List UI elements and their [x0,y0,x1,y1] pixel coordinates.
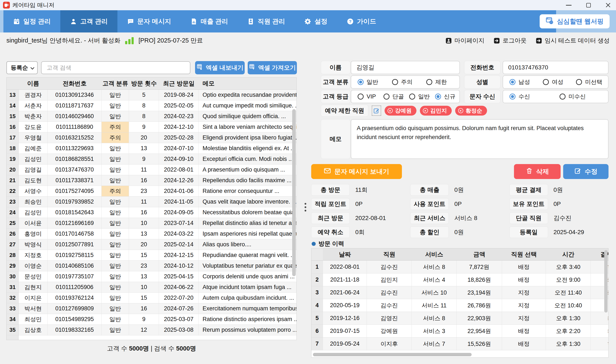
stat-item: 사용 포인트0P [410,198,509,210]
customer-row-24[interactable]: 24김성민010181542643일반162024-09-05Necessita… [7,207,296,218]
restricted-staff-chip-1[interactable]: ×강예원 [384,106,416,116]
category-option-3[interactable]: 제한 [423,78,457,86]
delete-button[interactable]: 삭제 [514,164,561,179]
customer-row-18[interactable]: 18김예준010113229693일반132024-07-10Molestiae… [7,143,296,154]
edit-restricted-staff-button[interactable] [372,105,381,116]
customer-detail-panel: 이름 김영길 전화번호 010137476370 고객 분류 일반주의제한 성별… [311,0,609,364]
remove-icon[interactable]: × [458,108,463,113]
radio-icon [358,79,364,85]
customer-row-31[interactable]: 31김현지010111205906일반102024-06-22Atque inc… [7,282,296,293]
visit-column-header[interactable]: 직원 선택 [502,248,546,260]
customer-row-22[interactable]: 22서영수010175274095주의232024-01-06Ratione e… [7,186,296,196]
nav-tab-3[interactable]: 문자 메시지 [117,10,181,32]
column-header[interactable]: 전화번호 [48,78,102,90]
gender-option-3[interactable]: 미선택 [572,78,605,86]
restricted-staff-chip-3[interactable]: ×황정순 [455,106,487,116]
panel-drag-handle[interactable] [305,203,306,211]
grade-option-3[interactable]: 일반 [405,93,431,100]
customer-row-35[interactable]: 35김상호010198332165일반122025-03-08Rerum pos… [7,325,296,335]
visit-table-header: 날짜직원서비스금액직원 선택시간결제 수단 [311,248,609,260]
chevron-down-icon [30,65,34,69]
customer-row-28[interactable]: 28지정호010192758115일반152024-12-15Repudiand… [7,250,296,260]
sms-label: 문자 수신 [464,90,501,103]
stat-item: 보유 포인트0P [509,198,609,210]
nav-tab-5[interactable]: 직원 관리 [238,10,295,32]
customer-row-32[interactable]: 32이지은010193762124일반152022-07-20Autem cul… [7,293,296,303]
customer-row-26[interactable]: 26홍영미010170146758일반132024-03-22Ipsam asp… [7,229,296,239]
column-header[interactable]: 최근 방문일 [159,78,199,90]
column-header[interactable]: 이름 [19,78,48,90]
column-header[interactable]: 방문 횟수 [129,78,159,90]
visit-history-title: 방문 이력 [312,240,344,248]
stat-item: 총 매출0원 [410,184,509,196]
pencil-square-icon [574,167,581,176]
stat-item: 최근 방문2022-08-01 [311,212,410,224]
table-row-partial [7,335,296,340]
customer-row-21[interactable]: 21김도현010117338371일반162024-12-26Repellend… [7,175,296,186]
customer-row-20[interactable]: 20김영길010137476370일반112022-08-01A praesen… [7,165,296,175]
phone-field[interactable]: 010137476370 [503,61,609,74]
customer-row-13[interactable]: 13권경자010130912346일반52019-08-24Optio expe… [7,90,296,100]
customer-table-scrollbar[interactable] [292,109,296,276]
remove-icon[interactable]: × [388,108,393,113]
sms-option-1[interactable]: 수신 [506,93,556,100]
sms-option-2[interactable]: 미수신 [556,93,606,100]
visit-table-hscrollbar[interactable] [313,353,472,356]
restricted-staff-chip-2[interactable]: ×김민지 [420,106,452,116]
visit-row-5[interactable]: 52019-12-16김영진서비스 822,903원지정오후 1:30카드 [311,312,609,325]
visit-row-4[interactable]: 42020-05-19김수진서비스 1126,786원지정오전 10:400원 [311,299,609,312]
visit-row-6[interactable]: 62019-07-15강예원서비스 322,954원배정오후 2:20카드 [311,325,609,338]
column-header[interactable]: 고객 분류 [102,78,129,90]
grade-option-1[interactable]: VIP [354,93,380,100]
customer-row-14[interactable]: 14서춘자010118717637일반82025-02-05Aut cumque… [7,100,296,111]
memo-field[interactable]: A praesentium odio quisquam possimus. Do… [351,119,609,159]
name-field[interactable]: 김영길 [351,61,460,74]
radio-icon [383,93,389,100]
send-sms-button[interactable]: 문자 메시지 보내기 [311,164,402,179]
app-logo-icon [3,2,10,9]
visit-column-header[interactable]: 직원 [367,248,412,260]
nav-tab-1[interactable]: 일정 관리 [3,10,60,32]
category-option-1[interactable]: 일반 [354,78,388,86]
gender-option-2[interactable]: 여성 [539,78,572,86]
customer-search-input[interactable] [41,61,190,74]
restricted-staff-label: 예약 제한 직원 [321,105,368,117]
visit-row-3[interactable]: 32021-06-24김수진서비스 1023,194원지정오전 11:40카드 [311,286,609,299]
nav-tab-4[interactable]: 매출 관리 [181,10,238,32]
visit-column-header[interactable]: 금액 [457,248,502,260]
radio-icon [509,93,516,100]
visit-column-header[interactable]: 시간 [546,248,591,260]
customer-row-16[interactable]: 16강도윤010111186890주의92024-12-10Sint a lab… [7,122,296,132]
nav-tab-2[interactable]: 고객 관리 [60,10,117,32]
customer-row-19[interactable]: 19김성민010186828551일반92024-09-10Excepturi … [7,154,296,165]
visit-row-1[interactable]: 12022-08-01김수진서비스 87,872원배정오후 3:40현금 [311,260,609,273]
visit-column-header[interactable]: 날짜 [323,248,367,260]
customer-row-23[interactable]: 23최승민010197939852일반112024-11-05Quas veli… [7,196,296,207]
customer-row-25[interactable]: 25이서윤010121696169일반102023-07-14Repellat … [7,218,296,229]
customer-row-30[interactable]: 30문성민010197735107일반132025-04-15Corporis … [7,271,296,282]
customer-row-27[interactable]: 27박영식010125077891일반202025-02-14Alias quo… [7,239,296,250]
visit-table-vscrollbar[interactable] [604,250,608,312]
radio-icon [509,79,516,85]
customer-row-17[interactable]: 17우영철010163215252주의202025-02-28Eligendi … [7,132,296,143]
visit-column-header[interactable]: 서비스 [412,248,457,260]
visit-row-7[interactable]: 72019-05-24이지후서비스 715,526원배정오후 1:30현금 [311,338,609,350]
grade-option-4[interactable]: 신규 [431,93,457,100]
category-option-2[interactable]: 주의 [388,78,423,86]
excel-import-button[interactable]: 엑셀 가져오기 [248,61,297,74]
edit-button[interactable]: 수정 [563,164,609,179]
remove-icon[interactable]: × [423,108,428,113]
sort-select[interactable]: 등록순 [6,61,38,74]
staff-icon [247,18,254,25]
customer-row-29[interactable]: 29이영순010140685106일반232024-10-12Voluptati… [7,260,296,271]
name-label: 이름 [321,61,350,74]
customer-row-33[interactable]: 33박서현010127699809일반162024-07-26Exercitat… [7,303,296,314]
stat-item: 총 할인0원 [410,226,509,238]
gender-option-1[interactable]: 남성 [506,78,539,86]
visit-row-2[interactable]: 22021-11-18김민지서비스 418,826원배정오전 9:00카드 [311,273,609,286]
grade-option-2[interactable]: 단골 [380,93,406,100]
column-header[interactable]: 메모 [199,78,296,90]
excel-export-button[interactable]: 엑셀 내보내기 [195,61,245,74]
customer-row-34[interactable]: 34최성민010154989295일반92025-03-07Ratione di… [7,314,296,325]
customer-row-15[interactable]: 15박춘자010146029460일반82024-02-23Quod simil… [7,111,296,122]
